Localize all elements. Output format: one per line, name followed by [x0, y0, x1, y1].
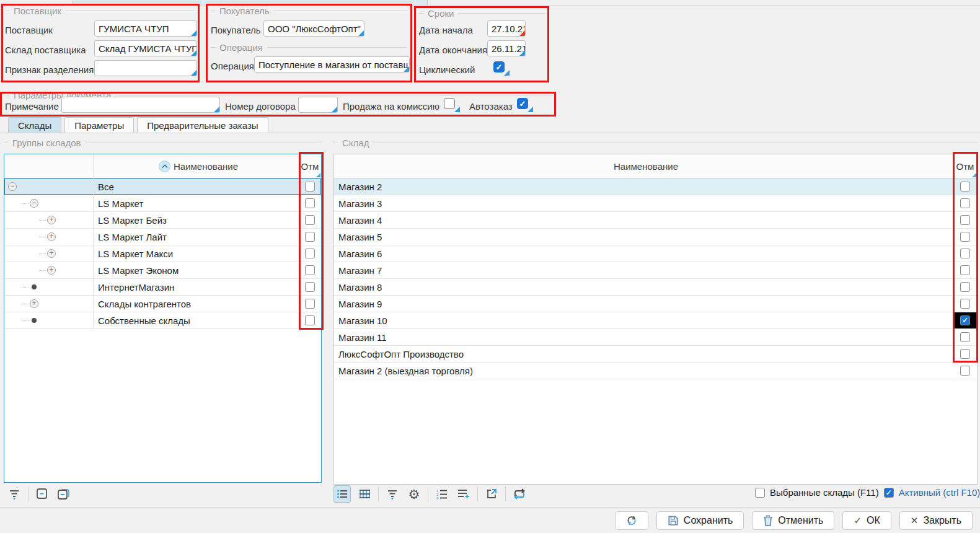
grid-view-icon[interactable] — [356, 486, 373, 502]
group-name-cell[interactable]: Все — [94, 178, 299, 195]
mark-cell[interactable] — [299, 312, 321, 328]
groups-mark-column-header[interactable]: Отм — [299, 154, 321, 178]
mark-cell-focused[interactable]: ✓ — [953, 312, 977, 328]
mark-cell[interactable] — [299, 245, 321, 262]
tab-1[interactable]: Параметры — [64, 117, 134, 133]
warehouse-name-cell[interactable]: Магазин 3 — [334, 195, 953, 211]
row-checkbox[interactable] — [960, 349, 970, 359]
tree-row[interactable]: ИнтернетМагазин — [4, 279, 321, 296]
tab-2[interactable]: Предварительные заказы — [137, 117, 268, 133]
mark-cell[interactable] — [953, 363, 977, 379]
tree-row[interactable]: +LS Маркет Лайт — [4, 229, 321, 245]
warehouse-name-cell[interactable]: Магазин 2 (выездная торговля) — [334, 363, 953, 379]
cancel-button[interactable]: Отменить — [752, 511, 834, 530]
mark-cell[interactable] — [299, 178, 321, 195]
active-checkbox[interactable]: ✓ — [884, 488, 894, 498]
tab-0[interactable]: Склады — [8, 117, 61, 133]
row-checkbox[interactable] — [960, 232, 970, 242]
mark-cell[interactable] — [299, 279, 321, 295]
mark-cell[interactable] — [953, 279, 977, 295]
note-field[interactable] — [61, 97, 220, 113]
row-checkbox[interactable] — [960, 249, 970, 258]
expand-expander-icon[interactable]: + — [30, 299, 38, 308]
row-checkbox[interactable] — [960, 215, 970, 225]
row-checkbox[interactable] — [305, 282, 315, 292]
row-checkbox[interactable] — [960, 182, 970, 192]
tree-row[interactable]: +Склады контрагентов — [4, 296, 321, 312]
filter-icon[interactable] — [384, 486, 400, 502]
row-checkbox[interactable] — [305, 198, 315, 208]
warehouse-row[interactable]: Магазин 5 — [334, 229, 977, 245]
supplier-warehouse-field[interactable]: Склад ГУМИСТА ЧТУП — [94, 40, 197, 56]
warehouse-name-cell[interactable]: Магазин 2 — [334, 178, 953, 195]
row-checkbox[interactable] — [305, 299, 315, 309]
close-button[interactable]: ✕ Закрыть — [899, 511, 973, 530]
warehouse-row[interactable]: Магазин 10✓ — [334, 312, 977, 329]
group-name-cell[interactable]: ИнтернетМагазин — [94, 279, 299, 295]
expand-expander-icon[interactable]: + — [47, 216, 56, 224]
mark-cell[interactable] — [299, 262, 321, 278]
date-end-field[interactable]: 26.11.21 — [487, 40, 526, 56]
numbered-list-icon[interactable]: 123 — [434, 486, 450, 502]
add-row-icon[interactable] — [456, 486, 472, 502]
refresh-button[interactable] — [615, 511, 648, 530]
warehouse-name-cell[interactable]: ЛюксСофтОпт Производство — [334, 346, 953, 362]
warehouse-name-cell[interactable]: Магазин 5 — [334, 229, 953, 245]
row-checkbox[interactable] — [960, 282, 970, 292]
warehouse-row[interactable]: Магазин 7 — [334, 262, 977, 279]
expand-expander-icon[interactable]: + — [47, 232, 56, 241]
row-checkbox[interactable] — [960, 265, 970, 275]
warehouse-name-cell[interactable]: Магазин 4 — [334, 212, 953, 228]
mark-cell[interactable] — [299, 296, 321, 312]
mark-cell[interactable] — [953, 296, 977, 312]
buyer-field[interactable]: ООО "ЛюксСофтОпт" — [263, 20, 364, 37]
warehouse-row[interactable]: Магазин 4 — [334, 212, 977, 229]
warehouse-row[interactable]: Магазин 8 — [334, 279, 977, 296]
row-checkbox[interactable] — [960, 332, 970, 342]
row-checkbox[interactable] — [305, 215, 315, 225]
row-checkbox[interactable] — [305, 232, 315, 242]
mark-cell[interactable] — [953, 245, 977, 262]
group-name-cell[interactable]: LS Маркет Эконом — [94, 262, 299, 278]
row-checkbox-checked[interactable]: ✓ — [960, 315, 970, 325]
group-name-cell[interactable]: LS Маркет Лайт — [94, 229, 299, 245]
warehouse-name-cell[interactable]: Магазин 7 — [334, 262, 953, 278]
reload-loop-icon[interactable] — [511, 486, 528, 502]
warehouse-name-column-header[interactable]: Наименование — [334, 154, 953, 178]
cyclic-checkbox[interactable]: ✓ — [493, 61, 505, 73]
mark-cell[interactable] — [953, 346, 977, 362]
expand-expander-icon[interactable]: + — [47, 249, 56, 258]
warehouse-row[interactable]: Магазин 9 — [334, 296, 977, 312]
collapse-node-icon[interactable] — [34, 486, 50, 502]
warehouse-name-cell[interactable]: Магазин 11 — [334, 329, 953, 345]
tree-row[interactable]: −Все — [4, 178, 321, 195]
dropdown-corner-icon[interactable] — [358, 30, 364, 36]
split-sign-field[interactable] — [94, 60, 197, 76]
dropdown-corner-icon[interactable] — [404, 66, 409, 72]
group-name-cell[interactable]: LS Маркет Бейз — [94, 212, 299, 228]
dropdown-corner-icon[interactable] — [191, 70, 196, 76]
group-name-cell[interactable]: LS Маркет — [94, 195, 299, 211]
mark-cell[interactable] — [299, 229, 321, 245]
mark-cell[interactable] — [299, 212, 321, 228]
selected-warehouses-checkbox[interactable] — [755, 488, 765, 498]
warehouse-row[interactable]: ЛюксСофтОпт Производство — [334, 346, 977, 363]
mark-cell[interactable] — [953, 178, 977, 195]
warehouse-row[interactable]: Магазин 11 — [334, 329, 977, 346]
mark-cell[interactable] — [953, 329, 977, 345]
list-view-icon[interactable] — [333, 485, 351, 503]
supplier-field[interactable]: ГУМИСТА ЧТУП — [94, 20, 197, 37]
mark-cell[interactable] — [953, 195, 977, 211]
row-checkbox[interactable] — [305, 249, 315, 258]
operation-field[interactable]: Поступление в магазин от поставщи — [254, 56, 410, 73]
warehouse-name-cell[interactable]: Магазин 9 — [334, 296, 953, 312]
contract-number-field[interactable] — [298, 97, 338, 113]
warehouse-row[interactable]: Магазин 2 (выездная торговля) — [334, 363, 977, 379]
settings-gear-icon[interactable]: ⚙ — [406, 486, 422, 502]
groups-name-column-header[interactable]: Наименование — [94, 154, 299, 178]
tree-row[interactable]: +LS Маркет Макси — [4, 245, 321, 262]
row-checkbox[interactable] — [960, 366, 970, 376]
dropdown-corner-icon[interactable] — [191, 50, 196, 56]
mark-cell[interactable] — [299, 195, 321, 211]
warehouse-mark-column-header[interactable]: Отм — [953, 154, 977, 178]
